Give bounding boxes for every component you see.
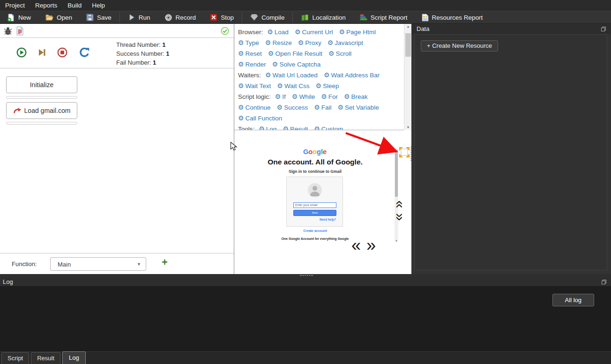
command-javascript[interactable]: ⚙Javascript xyxy=(328,39,363,46)
restore-window-icon[interactable] xyxy=(601,26,606,32)
report-document-icon[interactable] xyxy=(16,26,24,36)
command-label: Break xyxy=(351,93,368,100)
page-back-chevron-icon[interactable]: « xyxy=(351,237,361,254)
script-block[interactable]: Initialize xyxy=(6,76,77,93)
preview-scrollbar-thumb[interactable] xyxy=(395,150,398,197)
toolbar-button-label: Record xyxy=(176,14,196,21)
drop-slot[interactable] xyxy=(6,122,77,125)
toolbar-run-button[interactable]: Run xyxy=(121,11,157,23)
command-call-function[interactable]: ⚙Call Function xyxy=(238,115,282,122)
command-label: Solve Captcha xyxy=(279,61,320,68)
toolbar-script-report-button[interactable]: Script Report xyxy=(353,11,415,23)
menu-help[interactable]: Help xyxy=(87,0,110,10)
command-wait-text[interactable]: ⚙Wait Text xyxy=(238,82,271,89)
tab-script[interactable]: Script xyxy=(1,352,29,364)
command-result[interactable]: ⚙Result xyxy=(283,126,308,130)
stat-row: Success Number: 1 xyxy=(116,49,169,58)
gear-icon: ⚙ xyxy=(277,82,283,89)
gear-icon: ⚙ xyxy=(328,39,334,46)
command-proxy[interactable]: ⚙Proxy xyxy=(298,39,321,46)
toolbar-new-button[interactable]: New xyxy=(0,11,38,23)
localization-books-icon xyxy=(301,14,309,21)
toolbar-compile-button[interactable]: Compile xyxy=(243,11,292,23)
scrollbar-down-icon[interactable]: ▼ xyxy=(404,126,412,129)
step-forward-icon xyxy=(38,47,46,58)
data-panel: Data + Create New Resource xyxy=(411,24,611,274)
scroll-down-chevron-icon[interactable]: » xyxy=(393,213,407,221)
command-for[interactable]: ⚙For xyxy=(321,93,338,100)
red-curved-arrow-icon xyxy=(13,107,22,114)
command-resize[interactable]: ⚙Resize xyxy=(265,39,292,46)
drop-slot[interactable] xyxy=(6,96,77,99)
command-type[interactable]: ⚙Type xyxy=(238,39,259,46)
restart-thread-button[interactable] xyxy=(79,47,90,58)
toolbar-localization-button[interactable]: Localization xyxy=(294,11,352,23)
all-log-button[interactable]: All log xyxy=(552,294,594,306)
splitter-drag-handle[interactable] xyxy=(300,275,313,276)
toolbar-button-label: Save xyxy=(97,14,112,21)
command-open-file-result[interactable]: ⚙Open File Result xyxy=(268,50,322,57)
restore-window-icon[interactable] xyxy=(601,279,607,285)
stat-label: Success Number: xyxy=(116,50,166,57)
command-wait-url-loaded[interactable]: ⚙Wait Url Loaded xyxy=(265,72,318,79)
toolbar-button-label: Run xyxy=(139,14,150,21)
command-reset[interactable]: ⚙Reset xyxy=(238,50,262,57)
toolbar-save-button[interactable]: Save xyxy=(79,11,119,23)
command-label: Continue xyxy=(246,104,271,111)
menu-reports[interactable]: Reports xyxy=(30,0,62,10)
preview-scrollbar[interactable]: ▲ ▼ xyxy=(395,149,398,242)
need-help-link[interactable]: Need help? xyxy=(320,218,336,221)
email-field[interactable]: Enter your email xyxy=(293,202,336,208)
menu-build[interactable]: Build xyxy=(62,0,87,10)
command-render[interactable]: ⚙Render xyxy=(238,61,266,68)
create-account-link[interactable]: Create account xyxy=(234,229,396,232)
gear-icon: ⚙ xyxy=(314,104,320,111)
command-page-html[interactable]: ⚙Page Html xyxy=(339,29,376,36)
stat-value: 1 xyxy=(162,41,165,48)
scroll-up-chevron-icon[interactable]: « xyxy=(393,201,407,208)
tab-log[interactable]: Log xyxy=(62,351,86,364)
command-break[interactable]: ⚙Break xyxy=(344,93,368,100)
tab-result[interactable]: Result xyxy=(31,352,60,364)
command-log[interactable]: ⚙Log xyxy=(259,126,276,130)
command-current-url[interactable]: ⚙Current Url xyxy=(295,29,333,36)
toolbar-record-button[interactable]: Record xyxy=(157,11,203,23)
toolbar-resources-report-button[interactable]: Resources Report xyxy=(415,11,490,23)
command-set-variable[interactable]: ⚙Set Variable xyxy=(338,104,379,111)
toolbar-open-button[interactable]: Open xyxy=(38,11,79,23)
stop-thread-button[interactable] xyxy=(57,47,67,58)
function-select[interactable]: Main ▼ xyxy=(50,257,146,271)
vertical-resize-handle[interactable] xyxy=(410,147,411,161)
command-load[interactable]: ⚙Load xyxy=(267,29,289,36)
script-block[interactable]: Load gmail.com xyxy=(6,102,77,119)
next-button[interactable]: Next xyxy=(293,210,336,216)
palette-scrollbar[interactable]: ▲ ▼ xyxy=(404,24,411,130)
command-if[interactable]: ⚙If xyxy=(275,93,286,100)
command-wait-css[interactable]: ⚙Wait Css xyxy=(277,82,309,89)
command-sleep[interactable]: ⚙Sleep xyxy=(315,82,339,89)
toolbar-stop-button[interactable]: Stop xyxy=(203,11,241,23)
debug-bug-icon[interactable] xyxy=(3,26,13,36)
menu-project[interactable]: Project xyxy=(0,0,30,10)
toolbar-button-label: Script Report xyxy=(371,14,408,21)
gear-icon: ⚙ xyxy=(314,125,320,130)
command-while[interactable]: ⚙While xyxy=(292,93,315,100)
scrollbar-down-icon[interactable]: ▼ xyxy=(395,239,398,242)
command-label: Success xyxy=(284,104,308,111)
step-forward-button[interactable] xyxy=(38,47,46,58)
palette-scrollbar-thumb[interactable] xyxy=(405,33,411,57)
command-fail[interactable]: ⚙Fail xyxy=(314,104,331,111)
command-wait-address-bar[interactable]: ⚙Wait Address Bar xyxy=(324,72,380,79)
command-scroll[interactable]: ⚙Scroll xyxy=(328,50,351,57)
command-solve-captcha[interactable]: ⚙Solve Captcha xyxy=(272,61,320,68)
command-success[interactable]: ⚙Success xyxy=(277,104,308,111)
gear-icon: ⚙ xyxy=(292,93,298,100)
run-thread-button[interactable] xyxy=(16,47,27,58)
command-custom[interactable]: ⚙Custom xyxy=(314,126,343,130)
expand-fullscreen-icon[interactable] xyxy=(399,147,410,158)
page-forward-chevron-icon[interactable]: » xyxy=(366,237,376,254)
command-continue[interactable]: ⚙Continue xyxy=(238,104,271,111)
create-new-resource-button[interactable]: + Create New Resource xyxy=(421,40,498,52)
add-function-button[interactable]: + xyxy=(162,256,168,268)
scrollbar-up-icon[interactable]: ▲ xyxy=(404,25,412,28)
